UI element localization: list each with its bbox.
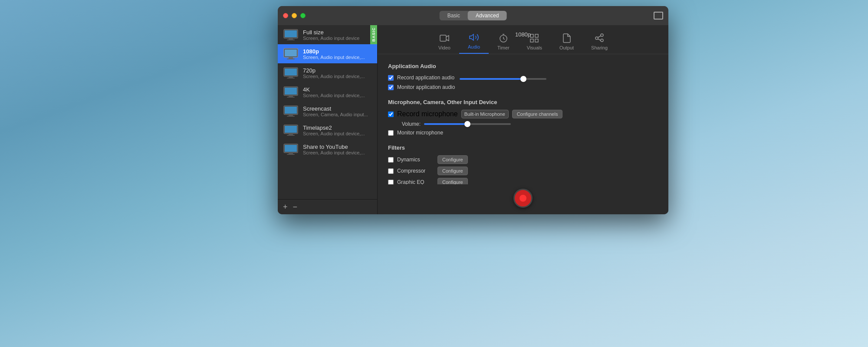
svg-rect-28: [440, 35, 446, 41]
svg-rect-26: [289, 153, 293, 154]
monitor-icon-screencast: [283, 105, 299, 117]
sharing-icon: [594, 33, 605, 43]
volume-slider[interactable]: [424, 123, 511, 125]
graphic-eq-configure-button[interactable]: Configure: [437, 178, 468, 184]
title-bar-right: [654, 12, 663, 20]
filters-section: Filters Dynamics Configure Compressor Co…: [388, 144, 658, 184]
monitor-app-audio-checkbox[interactable]: [388, 85, 394, 90]
graphic-eq-checkbox[interactable]: [388, 180, 394, 185]
sidebar-item-4k[interactable]: 4K Screen, Audio input device,...: [278, 82, 377, 101]
app-window: Basic Advanced Full: [278, 6, 668, 214]
svg-rect-15: [287, 97, 295, 98]
monitor-mic-label: Monitor microphone: [397, 130, 443, 136]
monitor-icon-4k: [283, 86, 299, 98]
tab-timer[interactable]: Timer: [489, 30, 518, 54]
video-tab-label: Video: [438, 45, 450, 50]
app-audio-section: Application Audio Record application aud…: [388, 63, 658, 90]
volume-row: Volume:: [397, 121, 658, 127]
dynamics-row: Dynamics Configure: [388, 155, 658, 164]
sidebar-item-720p[interactable]: 720p Screen, Audio input device,...: [278, 63, 377, 82]
item-title-youtube: Share to YouTube: [303, 144, 372, 150]
item-sub-youtube: Screen, Audio input device,...: [303, 150, 372, 155]
visuals-tab-label: Visuals: [527, 45, 542, 50]
configure-channels-button[interactable]: Configure channels: [512, 110, 563, 118]
compressor-row: Compressor Configure: [388, 167, 658, 175]
audio-content-area: Application Audio Record application aud…: [378, 54, 668, 184]
monitor-icon-timelapse2: [283, 124, 299, 136]
item-info-720p: 720p Screen, Audio input device,...: [303, 67, 372, 79]
svg-rect-32: [530, 34, 533, 37]
minimize-button[interactable]: [292, 13, 297, 18]
compressor-label: Compressor: [397, 168, 434, 174]
graphic-eq-row: Graphic EQ Configure: [388, 178, 658, 184]
monitor-icon-720p: [283, 67, 299, 79]
compressor-configure-button[interactable]: Configure: [437, 167, 468, 175]
svg-rect-10: [289, 76, 293, 78]
item-sub-full-size: Screen, Audio input device: [303, 36, 372, 41]
sidebar-footer: + −: [278, 199, 377, 214]
timer-tab-label: Timer: [497, 45, 510, 50]
sidebar: Full size Screen, Audio input device BAS…: [278, 25, 378, 214]
svg-rect-23: [287, 135, 295, 136]
svg-rect-1: [285, 30, 297, 37]
monitor-mic-checkbox[interactable]: [388, 130, 394, 136]
graphic-eq-label: Graphic EQ: [397, 179, 434, 184]
basic-tag: BASIC: [370, 25, 377, 44]
item-sub-1080p: Screen, Audio input device,...: [303, 55, 372, 60]
sidebar-item-1080p[interactable]: 1080p Screen, Audio input device,...: [278, 44, 377, 63]
traffic-lights: [283, 13, 306, 18]
remove-preset-button[interactable]: −: [293, 203, 298, 211]
svg-rect-6: [289, 57, 293, 59]
close-button[interactable]: [283, 13, 288, 18]
title-bar: Basic Advanced: [278, 6, 668, 25]
tab-group-container: Basic Advanced: [440, 11, 507, 20]
item-sub-4k: Screen, Audio input device,...: [303, 93, 372, 98]
app-audio-slider[interactable]: [460, 78, 546, 80]
basic-tab[interactable]: Basic: [440, 11, 468, 20]
sidebar-item-youtube[interactable]: Share to YouTube Screen, Audio input dev…: [278, 140, 377, 159]
svg-rect-2: [289, 38, 293, 39]
record-app-audio-checkbox[interactable]: [388, 75, 394, 81]
sidebar-item-timelapse2[interactable]: Timelapse2 Screen, Audio input device,..…: [278, 121, 377, 140]
compressor-checkbox[interactable]: [388, 168, 394, 174]
add-preset-button[interactable]: +: [283, 203, 288, 211]
sidebar-item-screencast[interactable]: Screencast Screen, Camera, Audio input..…: [278, 101, 377, 121]
filters-title: Filters: [388, 144, 658, 151]
tab-audio[interactable]: Audio: [459, 29, 489, 54]
tab-sharing[interactable]: Sharing: [582, 30, 616, 54]
icon-tabs-bar: 1080p Video Aud: [378, 25, 668, 54]
sidebar-list: Full size Screen, Audio input device BAS…: [278, 25, 377, 199]
item-info-youtube: Share to YouTube Screen, Audio input dev…: [303, 144, 372, 155]
dynamics-label: Dynamics: [397, 157, 434, 163]
tab-video[interactable]: Video: [430, 30, 459, 54]
mic-section: Microphone, Camera, Other Input Device R…: [388, 99, 658, 136]
item-title-4k: 4K: [303, 86, 372, 93]
item-info-4k: 4K Screen, Audio input device,...: [303, 86, 372, 98]
basic-tag-text: BASIC: [372, 27, 376, 42]
svg-line-37: [598, 36, 601, 38]
maximize-button[interactable]: [300, 13, 306, 18]
record-button-area: [378, 184, 668, 214]
svg-marker-29: [470, 34, 473, 40]
output-icon: [562, 33, 572, 43]
sidebar-item-full-size[interactable]: Full size Screen, Audio input device BAS…: [278, 25, 377, 44]
svg-rect-22: [289, 134, 293, 135]
svg-rect-3: [287, 39, 295, 40]
item-sub-timelapse2: Screen, Audio input device,...: [303, 131, 372, 136]
record-inner-circle: [519, 195, 526, 202]
advanced-tab[interactable]: Advanced: [468, 11, 506, 20]
monitor-icon: [283, 29, 299, 41]
svg-rect-25: [285, 145, 297, 152]
item-title-timelapse2: Timelapse2: [303, 124, 372, 131]
record-mic-checkbox[interactable]: [388, 111, 394, 117]
record-button[interactable]: [513, 189, 533, 208]
tab-output[interactable]: Output: [551, 30, 582, 54]
item-info-1080p: 1080p Screen, Audio input device,...: [303, 48, 372, 60]
svg-rect-19: [287, 116, 295, 117]
svg-rect-9: [285, 69, 297, 75]
mic-dropdown[interactable]: Built-in Microphone: [461, 110, 509, 118]
dynamics-checkbox[interactable]: [388, 157, 394, 163]
dynamics-configure-button[interactable]: Configure: [437, 155, 468, 164]
monitor-icon-youtube: [283, 143, 299, 155]
preset-title: 1080p: [515, 31, 531, 38]
